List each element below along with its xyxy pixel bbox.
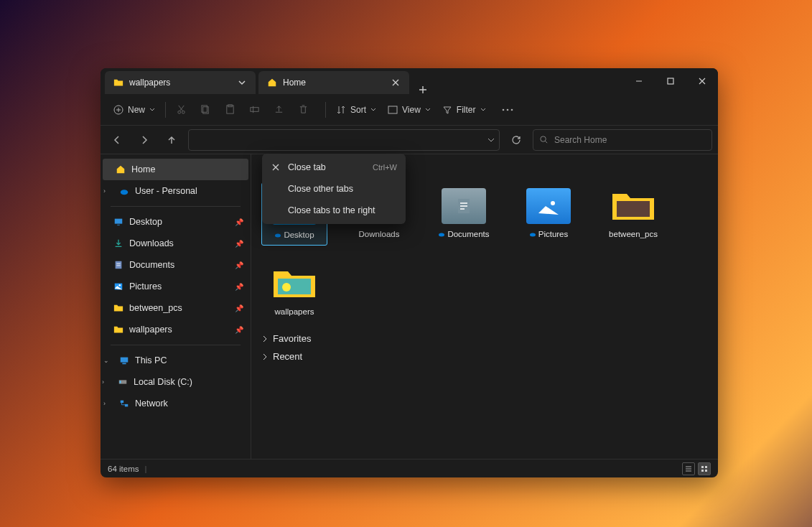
chevron-down-icon[interactable] <box>487 136 495 144</box>
paste-button[interactable] <box>219 99 241 121</box>
chevron-down-icon[interactable]: ⌄ <box>103 357 112 364</box>
sidebar-item-user[interactable]: › User - Personal <box>101 180 251 202</box>
sidebar-item-desktop[interactable]: Desktop 📌 <box>101 211 251 233</box>
sidebar-label: Network <box>135 398 168 409</box>
copy-button[interactable] <box>195 99 216 121</box>
chevron-right-icon[interactable]: › <box>103 400 112 407</box>
disk-icon <box>118 377 128 387</box>
pin-icon[interactable]: 📌 <box>235 218 243 226</box>
sort-icon <box>336 105 346 115</box>
svg-point-12 <box>510 108 513 111</box>
item-pictures[interactable]: Pictures <box>515 182 582 246</box>
tab-home[interactable]: Home <box>258 71 409 94</box>
pin-icon[interactable]: 📌 <box>235 240 243 248</box>
sidebar-item-network[interactable]: › Network <box>101 393 251 414</box>
sidebar-item-documents[interactable]: Documents 📌 <box>101 254 251 276</box>
svg-point-2 <box>177 111 180 113</box>
back-button[interactable] <box>106 129 128 151</box>
sidebar-label: This PC <box>135 355 167 365</box>
sidebar-item-localdisk[interactable]: › Local Disk (C:) <box>101 371 251 393</box>
sidebar-item-pictures[interactable]: Pictures 📌 <box>101 276 251 297</box>
item-label: between_pcs <box>609 230 658 238</box>
svg-rect-38 <box>705 470 707 472</box>
body: Home › User - Personal Desktop 📌 Downloa… <box>101 154 718 459</box>
filter-icon <box>442 105 452 115</box>
ctx-close-tab[interactable]: Close tab Ctrl+W <box>262 157 406 178</box>
forward-button[interactable] <box>134 129 155 151</box>
separator <box>111 345 241 345</box>
svg-rect-35 <box>701 466 704 468</box>
downloads-icon <box>113 238 123 248</box>
svg-rect-19 <box>121 358 129 363</box>
sidebar-item-wallpapers[interactable]: wallpapers 📌 <box>101 319 251 340</box>
sidebar-item-between-pcs[interactable]: between_pcs 📌 <box>101 297 251 319</box>
svg-rect-37 <box>701 470 704 472</box>
folder-icon <box>113 78 123 88</box>
cut-button[interactable] <box>170 99 192 121</box>
svg-point-3 <box>182 111 185 113</box>
ctx-close-tabs-right[interactable]: Close tabs to the right <box>262 200 406 221</box>
refresh-button[interactable] <box>505 129 527 151</box>
details-view-button[interactable] <box>682 462 695 475</box>
rename-button[interactable] <box>243 99 265 121</box>
cloud-icon <box>274 231 281 238</box>
chevron-down-icon[interactable] <box>234 75 250 90</box>
maximize-button[interactable] <box>655 68 686 94</box>
pictures-icon <box>526 188 571 224</box>
icons-view-button[interactable] <box>698 462 711 475</box>
chevron-right-icon[interactable]: › <box>103 187 112 195</box>
up-button[interactable] <box>161 129 182 151</box>
folder-icon <box>272 266 317 302</box>
separator <box>111 206 241 207</box>
cloud-icon <box>529 230 536 238</box>
sidebar-item-home[interactable]: Home <box>103 159 248 180</box>
pin-icon[interactable]: 📌 <box>235 261 243 269</box>
search-box[interactable]: Search Home <box>533 129 712 151</box>
ctx-close-other-tabs[interactable]: Close other tabs <box>262 178 406 200</box>
minimize-button[interactable] <box>623 68 655 94</box>
sidebar-label: Desktop <box>129 217 162 227</box>
documents-icon <box>113 260 123 270</box>
svg-point-30 <box>551 201 555 205</box>
pin-icon[interactable]: 📌 <box>235 283 243 291</box>
ctx-label: Close tabs to the right <box>288 205 375 215</box>
item-label: wallpapers <box>275 307 314 316</box>
sidebar-item-thispc[interactable]: ⌄ This PC <box>101 350 251 371</box>
close-icon[interactable] <box>388 75 403 90</box>
delete-button[interactable] <box>292 99 314 121</box>
sidebar-item-downloads[interactable]: Downloads 📌 <box>101 233 251 254</box>
chevron-right-icon[interactable]: › <box>102 378 111 386</box>
item-count: 64 items <box>108 465 139 473</box>
item-between-pcs[interactable]: between_pcs <box>600 182 666 246</box>
sidebar-label: between_pcs <box>129 303 182 313</box>
svg-point-27 <box>275 234 281 238</box>
sort-button[interactable]: Sort <box>330 102 382 118</box>
close-icon <box>271 164 281 171</box>
section-favorites[interactable]: Favorites <box>261 333 708 344</box>
section-recent[interactable]: Recent <box>261 351 708 362</box>
svg-point-29 <box>439 233 444 237</box>
ctx-label: Close tab <box>288 162 326 172</box>
chevron-down-icon <box>425 107 431 113</box>
svg-rect-32 <box>617 201 650 217</box>
tab-context-menu: Close tab Ctrl+W Close other tabs Close … <box>262 154 406 224</box>
new-button[interactable]: New <box>108 102 161 118</box>
filter-button[interactable]: Filter <box>437 102 492 118</box>
item-documents[interactable]: Documents <box>431 182 497 246</box>
network-icon <box>119 398 129 409</box>
tab-wallpapers[interactable]: wallpapers <box>105 71 256 94</box>
pin-icon[interactable]: 📌 <box>235 304 243 312</box>
address-field[interactable] <box>188 129 500 151</box>
view-button[interactable]: View <box>382 102 437 118</box>
svg-point-14 <box>121 190 129 195</box>
svg-rect-15 <box>115 219 123 224</box>
more-button[interactable] <box>496 106 519 114</box>
share-button[interactable] <box>268 99 289 121</box>
pin-icon[interactable]: 📌 <box>235 326 243 334</box>
new-tab-button[interactable] <box>412 85 434 94</box>
close-window-button[interactable] <box>686 68 718 94</box>
section-label: Favorites <box>273 333 311 344</box>
item-wallpapers[interactable]: wallpapers <box>261 260 327 322</box>
sidebar-label: Documents <box>129 260 174 270</box>
cloud-icon <box>438 230 445 238</box>
